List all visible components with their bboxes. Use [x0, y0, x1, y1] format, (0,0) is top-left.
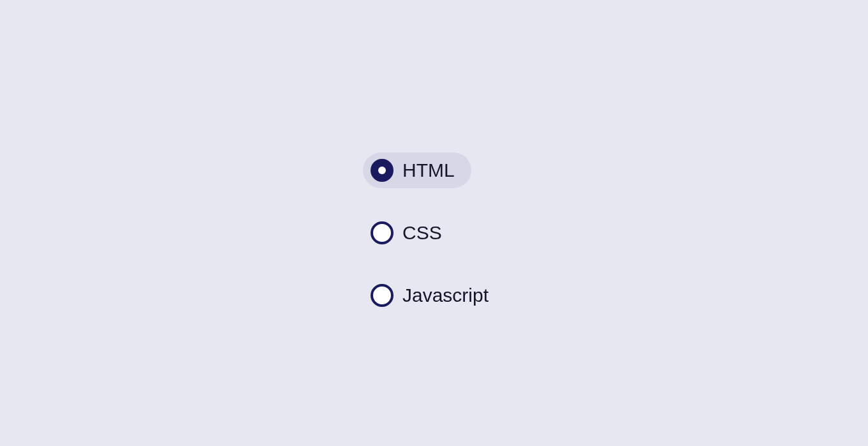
- radio-label: CSS: [402, 222, 442, 244]
- radio-circle-icon: [371, 159, 394, 182]
- radio-label: Javascript: [402, 285, 489, 306]
- radio-circle-icon: [371, 221, 394, 244]
- radio-option-html[interactable]: HTML: [363, 152, 471, 188]
- radio-option-css[interactable]: CSS: [363, 215, 459, 251]
- radio-label: HTML: [402, 160, 455, 181]
- radio-group: HTML CSS Javascript: [363, 152, 505, 313]
- radio-circle-icon: [371, 284, 394, 307]
- radio-dot-icon: [378, 167, 386, 174]
- radio-option-javascript[interactable]: Javascript: [363, 278, 505, 313]
